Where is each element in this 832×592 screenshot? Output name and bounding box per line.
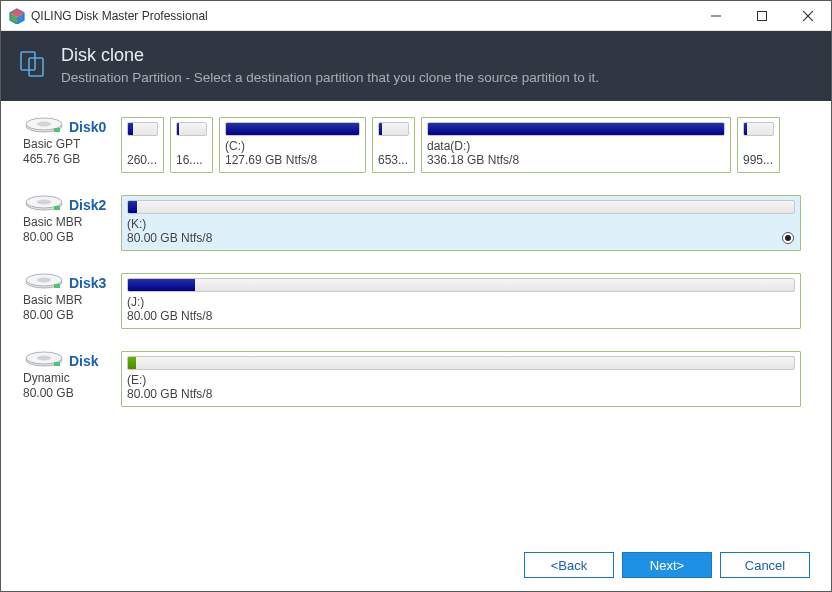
partitions: (E:)80.00 GB Ntfs/8 <box>121 351 809 407</box>
disk-row: DiskDynamic80.00 GB(E:)80.00 GB Ntfs/8 <box>23 351 809 407</box>
usage-bar <box>427 122 725 136</box>
disk-name: Disk3 <box>69 275 106 291</box>
partitions: (J:)80.00 GB Ntfs/8 <box>121 273 809 329</box>
disk-info: Disk2Basic MBR80.00 GB <box>23 195 113 251</box>
disk-type: Dynamic <box>23 371 113 386</box>
disk-row: Disk0Basic GPT465.76 GB260...16....(C:)1… <box>23 117 809 173</box>
disk-size: 465.76 GB <box>23 152 113 167</box>
partition[interactable]: 260... <box>121 117 164 173</box>
partition[interactable]: 653... <box>372 117 415 173</box>
disk-type: Basic GPT <box>23 137 113 152</box>
usage-bar <box>127 200 795 214</box>
app-title: QILING Disk Master Professional <box>31 9 693 23</box>
page-title: Disk clone <box>61 45 599 66</box>
disk-info: Disk3Basic MBR80.00 GB <box>23 273 113 329</box>
app-logo-icon <box>9 8 25 24</box>
hard-disk-icon <box>23 351 65 371</box>
hard-disk-icon <box>23 273 65 293</box>
usage-bar <box>743 122 774 136</box>
partition-size: 653... <box>378 153 409 167</box>
partition-label: data(D:) <box>427 139 725 153</box>
svg-rect-5 <box>758 11 767 20</box>
partition[interactable]: (E:)80.00 GB Ntfs/8 <box>121 351 801 407</box>
back-button[interactable]: <Back <box>524 552 614 578</box>
partitions: (K:)80.00 GB Ntfs/8 <box>121 195 809 251</box>
cancel-button[interactable]: Cancel <box>720 552 810 578</box>
svg-rect-25 <box>54 362 60 366</box>
disk-clone-icon <box>19 49 47 77</box>
hard-disk-icon <box>23 195 65 215</box>
partition-label: (J:) <box>127 295 795 309</box>
usage-bar <box>127 122 158 136</box>
svg-point-16 <box>37 200 51 205</box>
partition-label: (K:) <box>127 217 795 231</box>
window-controls <box>693 1 831 30</box>
partition[interactable]: (K:)80.00 GB Ntfs/8 <box>121 195 801 251</box>
partition-size: 80.00 GB Ntfs/8 <box>127 309 795 323</box>
partition-size: 16.... <box>176 153 207 167</box>
svg-point-24 <box>37 356 51 361</box>
titlebar: QILING Disk Master Professional <box>1 1 831 31</box>
partition-size: 336.18 GB Ntfs/8 <box>427 153 725 167</box>
usage-bar <box>127 356 795 370</box>
svg-rect-9 <box>29 58 43 76</box>
disk-type: Basic MBR <box>23 293 113 308</box>
disk-type: Basic MBR <box>23 215 113 230</box>
partition[interactable]: (J:)80.00 GB Ntfs/8 <box>121 273 801 329</box>
partition-size: 260... <box>127 153 158 167</box>
svg-rect-21 <box>54 284 60 288</box>
disk-row: Disk3Basic MBR80.00 GB(J:)80.00 GB Ntfs/… <box>23 273 809 329</box>
partition[interactable]: data(D:)336.18 GB Ntfs/8 <box>421 117 731 173</box>
close-button[interactable] <box>785 1 831 30</box>
footer-buttons: <Back Next> Cancel <box>0 542 832 592</box>
partition-label: (E:) <box>127 373 795 387</box>
partition[interactable]: 995... <box>737 117 780 173</box>
svg-point-12 <box>37 122 51 127</box>
disk-name: Disk <box>69 353 99 369</box>
selected-radio-icon <box>782 232 794 244</box>
usage-bar <box>176 122 207 136</box>
disk-info: DiskDynamic80.00 GB <box>23 351 113 407</box>
partition-size: 995... <box>743 153 774 167</box>
page-subtitle: Destination Partition - Select a destina… <box>61 70 599 85</box>
next-button[interactable]: Next> <box>622 552 712 578</box>
partition[interactable]: (C:)127.69 GB Ntfs/8 <box>219 117 366 173</box>
usage-bar <box>378 122 409 136</box>
disk-list: Disk0Basic GPT465.76 GB260...16....(C:)1… <box>1 101 831 545</box>
svg-rect-17 <box>54 206 60 210</box>
svg-rect-13 <box>54 128 60 132</box>
partitions: 260...16....(C:)127.69 GB Ntfs/8653...da… <box>121 117 809 173</box>
partition-size: 127.69 GB Ntfs/8 <box>225 153 360 167</box>
usage-bar <box>225 122 360 136</box>
disk-name: Disk2 <box>69 197 106 213</box>
disk-size: 80.00 GB <box>23 386 113 401</box>
page-header: Disk clone Destination Partition - Selec… <box>1 31 831 101</box>
partition-size: 80.00 GB Ntfs/8 <box>127 231 795 245</box>
disk-row: Disk2Basic MBR80.00 GB(K:)80.00 GB Ntfs/… <box>23 195 809 251</box>
disk-size: 80.00 GB <box>23 308 113 323</box>
partition[interactable]: 16.... <box>170 117 213 173</box>
disk-info: Disk0Basic GPT465.76 GB <box>23 117 113 173</box>
disk-size: 80.00 GB <box>23 230 113 245</box>
minimize-button[interactable] <box>693 1 739 30</box>
svg-rect-8 <box>21 52 35 70</box>
partition-label: (C:) <box>225 139 360 153</box>
maximize-button[interactable] <box>739 1 785 30</box>
disk-name: Disk0 <box>69 119 106 135</box>
svg-point-20 <box>37 278 51 283</box>
usage-bar <box>127 278 795 292</box>
partition-size: 80.00 GB Ntfs/8 <box>127 387 795 401</box>
hard-disk-icon <box>23 117 65 137</box>
